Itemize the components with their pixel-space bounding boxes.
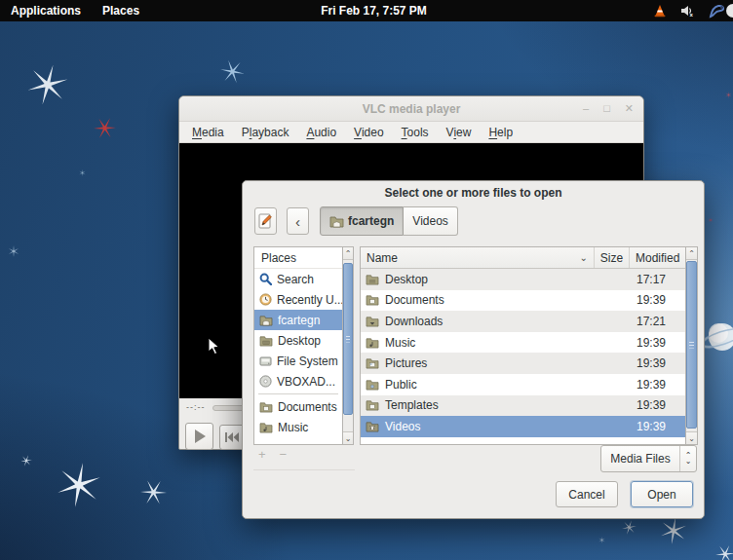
file-row-public[interactable]: Public 19:39: [361, 374, 685, 395]
file-list: Name ⌄ Size Modified Desktop 17:17 Docum…: [360, 246, 685, 445]
sidebar-item-recently-used[interactable]: Recently U...: [254, 289, 342, 310]
breadcrumb-videos-label: Videos: [412, 214, 447, 228]
sidebar-item-documents[interactable]: Documents: [254, 396, 342, 417]
menu-media[interactable]: Media: [185, 124, 231, 141]
drive-icon: [259, 355, 272, 367]
vlc-tray-icon[interactable]: [653, 4, 667, 18]
menu-view[interactable]: View: [440, 124, 479, 141]
menu-tools[interactable]: Tools: [395, 124, 436, 141]
path-bar: ‹ fcartegn Videos: [254, 206, 458, 236]
type-location-button[interactable]: [254, 207, 277, 235]
clock-icon: [259, 293, 272, 306]
star-decoration: [140, 479, 167, 505]
star-decoration: [79, 169, 86, 176]
sidebar-scrollbar[interactable]: ⌃ ⌄: [342, 246, 354, 445]
cancel-button[interactable]: Cancel: [556, 481, 618, 507]
sidebar-item-file-system[interactable]: File System: [254, 351, 342, 371]
previous-icon: [225, 432, 239, 442]
combo-arrows-icon: ⌃⌄: [679, 446, 696, 471]
file-row-templates[interactable]: Templates 19:39: [361, 395, 685, 417]
top-panel: Applications Places Fri Feb 17, 7:57 PM …: [0, 0, 733, 21]
tray-status-icon[interactable]: [726, 4, 733, 18]
folder-icon: [259, 422, 273, 433]
file-row-videos-selected[interactable]: Videos 19:39: [361, 416, 685, 437]
places-sidebar: Places Search Recently U...: [253, 246, 342, 445]
sidebar-item-music[interactable]: Music: [254, 417, 342, 437]
file-row-desktop[interactable]: Desktop 17:17: [361, 269, 685, 290]
play-button[interactable]: [185, 423, 213, 450]
add-bookmark-button[interactable]: +: [258, 447, 266, 462]
star-decoration: [27, 64, 68, 105]
maximize-icon[interactable]: □: [603, 103, 610, 114]
menu-audio[interactable]: Audio: [299, 124, 343, 141]
breadcrumb-home-label: fcartegn: [348, 214, 394, 228]
scroll-down-icon[interactable]: ⌄: [686, 431, 697, 444]
sidebar-item-vbox-cd[interactable]: VBOXAD...: [254, 371, 342, 392]
star-decoration: [708, 217, 714, 223]
vlc-titlebar[interactable]: VLC media player – □ ✕: [179, 96, 643, 122]
remove-bookmark-button[interactable]: −: [280, 447, 288, 462]
separator: [253, 469, 355, 470]
star-decoration: [598, 537, 605, 543]
sidebar-item-home[interactable]: fcartegn: [254, 310, 342, 330]
star-decoration: [220, 59, 245, 84]
sidebar-item-search[interactable]: Search: [254, 269, 342, 289]
scroll-down-icon[interactable]: ⌄: [343, 431, 353, 444]
file-row-documents[interactable]: Documents 19:39: [361, 290, 685, 312]
star-decoration: [94, 117, 116, 139]
file-chooser-dialog: Select one or more files to open ‹ fcart…: [242, 180, 705, 519]
sidebar-item-desktop[interactable]: Desktop: [254, 330, 342, 351]
folder-icon: [366, 294, 379, 306]
folder-icon: [259, 335, 273, 347]
folder-icon: [366, 399, 379, 411]
file-row-music[interactable]: Music 19:39: [361, 332, 685, 354]
scroll-up-icon[interactable]: ⌃: [686, 247, 697, 260]
column-header-name[interactable]: Name ⌄: [361, 247, 594, 268]
dialog-title: Select one or more files to open: [243, 186, 704, 200]
menu-help[interactable]: Help: [482, 124, 520, 141]
folder-icon: [366, 357, 379, 369]
back-button[interactable]: ‹: [287, 207, 309, 235]
user-applet-icon[interactable]: [709, 3, 725, 19]
folder-icon: [366, 379, 379, 391]
star-decoration: [20, 455, 32, 467]
folder-icon: [366, 316, 379, 327]
sidebar-scrollbar-thumb[interactable]: [343, 263, 353, 415]
scroll-up-icon[interactable]: ⌃: [343, 247, 353, 260]
applications-menu[interactable]: Applications: [0, 0, 92, 21]
file-list-header: Name ⌄ Size Modified: [361, 247, 685, 269]
open-button[interactable]: Open: [631, 481, 693, 507]
column-header-modified[interactable]: Modified: [629, 247, 685, 268]
sidebar-separator: [258, 393, 338, 394]
star-decoration: [8, 245, 19, 257]
home-folder-icon: [329, 215, 344, 228]
breadcrumb-home[interactable]: fcartegn: [320, 206, 404, 236]
column-header-size[interactable]: Size: [594, 247, 629, 268]
menu-video[interactable]: Video: [347, 124, 390, 141]
file-type-filter[interactable]: Media Files ⌃⌄: [600, 445, 697, 472]
clock[interactable]: Fri Feb 17, 7:57 PM: [321, 4, 427, 18]
star-decoration: [622, 520, 637, 535]
play-icon: [195, 429, 206, 443]
vlc-elapsed-time: --:--: [186, 402, 206, 412]
minimize-icon[interactable]: –: [583, 103, 589, 114]
volume-muted-icon[interactable]: x: [680, 4, 695, 18]
star-decoration: [725, 92, 732, 98]
places-menu[interactable]: Places: [92, 0, 150, 21]
svg-text:x: x: [690, 12, 694, 18]
pencil-icon: [258, 213, 273, 229]
close-icon[interactable]: ✕: [625, 103, 634, 114]
folder-icon: [366, 421, 379, 432]
back-icon: ‹: [295, 213, 300, 230]
disc-icon: [259, 375, 272, 388]
folder-icon: [366, 337, 379, 349]
file-row-downloads[interactable]: Downloads 17:21: [361, 311, 685, 332]
star-decoration: [715, 544, 733, 560]
file-list-scrollbar[interactable]: ⌃ ⌄: [685, 246, 698, 445]
file-row-pictures[interactable]: Pictures 19:39: [361, 353, 685, 374]
menu-playback[interactable]: Playback: [235, 124, 296, 141]
breadcrumb-videos[interactable]: Videos: [404, 206, 457, 236]
file-list-scrollbar-thumb[interactable]: [686, 261, 697, 429]
folder-icon: [366, 274, 379, 285]
vlc-menubar: Media Playback Audio Video Tools View He…: [179, 122, 643, 143]
